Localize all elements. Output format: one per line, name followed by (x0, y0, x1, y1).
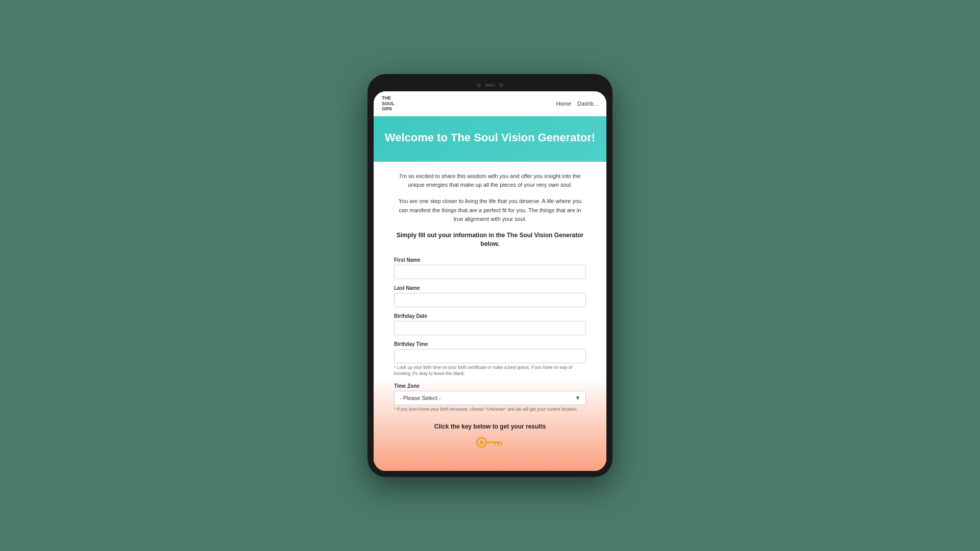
hero-title: Welcome to The Soul Vision Generator! (384, 131, 596, 145)
nav-home-link[interactable]: Home (556, 101, 571, 107)
key-button[interactable] (475, 436, 505, 450)
tablet-speaker (485, 84, 495, 87)
birthday-time-group: Birthday Time * Look up your birth time … (394, 341, 586, 377)
tablet-top-bar (374, 80, 606, 91)
birthday-time-input[interactable] (394, 349, 586, 363)
timezone-label: Time Zone (394, 383, 586, 389)
first-name-group: First Name (394, 257, 586, 279)
svg-rect-3 (494, 443, 496, 446)
cta-section: Click the key below to get your results (394, 423, 586, 456)
last-name-label: Last Name (394, 285, 586, 291)
birthday-date-input[interactable] (394, 321, 586, 335)
content-section: I'm so excited to share this wisdom with… (374, 162, 606, 471)
intro-paragraph-2: You are one step closer to living the li… (394, 197, 586, 224)
nav-links: Home Dashb... (556, 101, 598, 107)
timezone-select-wrapper: - Please Select - Unknown UTC-12:00 UTC-… (394, 391, 586, 405)
nav-logo: THE SOUL GEN (382, 95, 395, 112)
tablet-screen: THE SOUL GEN Home Dashb... Welcome to Th… (374, 91, 606, 471)
nav-bar: THE SOUL GEN Home Dashb... (374, 91, 606, 116)
birthday-date-label: Birthday Date (394, 313, 586, 319)
birthday-time-label: Birthday Time (394, 341, 586, 347)
form-heading: Simply fill out your information in the … (394, 231, 586, 248)
cta-text: Click the key below to get your results (394, 423, 586, 430)
last-name-input[interactable] (394, 293, 586, 307)
svg-rect-2 (485, 442, 502, 443)
birthday-date-group: Birthday Date (394, 313, 586, 335)
first-name-input[interactable] (394, 265, 586, 279)
svg-point-1 (480, 440, 484, 444)
tablet-camera-left (477, 83, 481, 87)
hero-section: Welcome to The Soul Vision Generator! (374, 116, 606, 162)
birthday-time-hint: * Look up your birth time on your birth … (394, 365, 586, 377)
timezone-hint: * If you don't know your birth timezone,… (394, 407, 586, 413)
first-name-label: First Name (394, 257, 586, 263)
timezone-select[interactable]: - Please Select - Unknown UTC-12:00 UTC-… (394, 391, 586, 405)
timezone-group: Time Zone - Please Select - Unknown UTC-… (394, 383, 586, 413)
nav-dashboard-link[interactable]: Dashb... (577, 101, 598, 107)
tablet-camera-right (499, 83, 503, 87)
svg-rect-4 (498, 443, 499, 446)
tablet-frame: THE SOUL GEN Home Dashb... Welcome to Th… (368, 74, 612, 477)
last-name-group: Last Name (394, 285, 586, 307)
key-icon (475, 436, 505, 448)
intro-paragraph-1: I'm so excited to share this wisdom with… (394, 172, 586, 190)
soul-vision-form: First Name Last Name Birthday Date Birth… (394, 257, 586, 413)
svg-rect-5 (501, 443, 502, 445)
